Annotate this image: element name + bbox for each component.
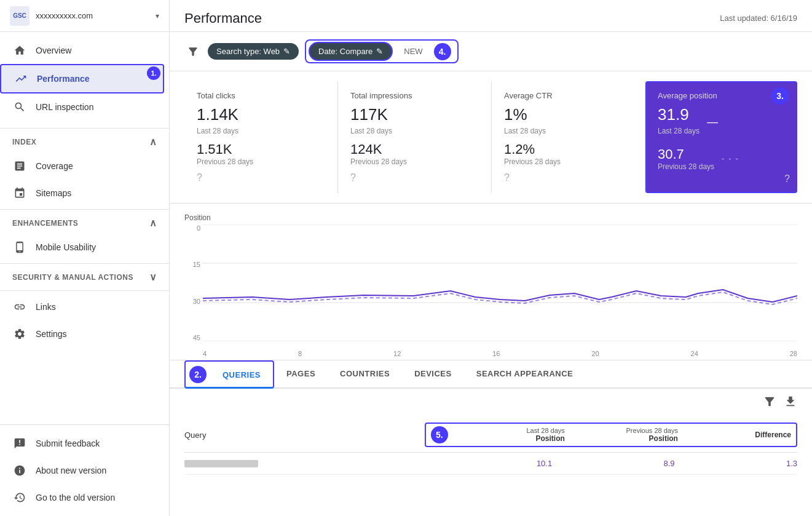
table-section: Query 5. Last 28 days Position Previous …: [170, 418, 812, 475]
stat-total-clicks-value2: 1.51K: [197, 141, 325, 157]
stat-position-period2: Previous 28 days: [658, 162, 714, 171]
security-label: Security & Manual Actions: [12, 273, 133, 282]
main-nav: Overview 1. Performance URL inspection: [0, 32, 169, 125]
tab-countries[interactable]: COUNTRIES: [328, 360, 402, 389]
article-icon: [12, 159, 27, 173]
history-icon: [12, 490, 27, 505]
table-col1-label: Last 28 days: [454, 427, 565, 434]
table-col1-header: Last 28 days Position: [454, 427, 565, 443]
step2-label: 2.: [189, 366, 207, 383]
y-axis-15: 15: [184, 261, 200, 268]
sidebar-item-sitemaps[interactable]: Sitemaps: [0, 180, 164, 207]
sidebar-performance-label: Performance: [37, 74, 90, 84]
settings-label: Settings: [36, 329, 67, 339]
sidebar-item-about-new-version[interactable]: About new version: [0, 457, 164, 484]
x-axis-20: 20: [591, 350, 599, 357]
stat-ctr-period2: Previous 28 days: [504, 157, 633, 166]
chart-area: [203, 224, 797, 341]
stat-impressions-help-icon[interactable]: ?: [350, 172, 356, 183]
site-url: xxxxxxxxxx.com: [36, 11, 156, 20]
chart-x-axis: 4 8 12 16 20 24 28: [203, 341, 797, 360]
stat-impressions-value: 117K: [350, 105, 479, 124]
sitemaps-label: Sitemaps: [36, 188, 71, 198]
index-section-header[interactable]: Index ∧: [0, 131, 169, 153]
sidebar-item-go-to-old[interactable]: Go to the old version: [0, 484, 164, 511]
stat-position-dash2: - - -: [722, 154, 739, 163]
feedback-icon: [12, 436, 27, 451]
query-blurred-text: [184, 460, 258, 467]
stat-position-value2: 30.7: [658, 146, 714, 162]
sidebar-logo[interactable]: GSC xxxxxxxxxx.com ▾: [0, 0, 169, 32]
mobile-usability-label: Mobile Usability: [36, 242, 96, 252]
y-axis-45: 45: [184, 334, 200, 341]
date-new-wrapper: Date: Compare ✎ NEW 4.: [305, 39, 459, 63]
logo-text: GSC: [13, 12, 26, 19]
date-edit-icon: ✎: [376, 47, 383, 56]
tab-devices[interactable]: DEVICES: [402, 360, 464, 389]
settings-icon: [12, 327, 27, 341]
stat-ctr-help-icon[interactable]: ?: [504, 172, 510, 183]
sidebar-item-overview[interactable]: Overview: [0, 37, 164, 64]
sidebar-item-links[interactable]: Links: [0, 293, 164, 320]
search-icon: [12, 100, 27, 114]
val2-cell: 8.9: [552, 459, 674, 468]
sitemap-icon: [12, 186, 27, 200]
step3-label: 3.: [771, 87, 789, 105]
index-section-label: Index: [12, 138, 36, 146]
tab-queries[interactable]: QUERIES: [210, 362, 273, 388]
stat-ctr-value2: 1.2%: [504, 141, 633, 157]
about-new-version-label: About new version: [36, 466, 106, 475]
sidebar-overview-label: Overview: [36, 46, 71, 55]
chart-section: Position 0 15 30 45: [170, 204, 812, 360]
tab-pages[interactable]: PAGES: [274, 360, 328, 389]
stat-ctr-label: Average CTR: [504, 91, 633, 100]
home-icon: [12, 43, 27, 58]
x-axis-4: 4: [203, 350, 207, 357]
y-axis-0: 0: [184, 224, 200, 232]
query-cell: [184, 460, 430, 467]
new-button[interactable]: NEW: [395, 43, 431, 60]
x-axis-8: 8: [298, 350, 302, 357]
sidebar-item-mobile-usability[interactable]: Mobile Usability: [0, 234, 164, 261]
coverage-label: Coverage: [36, 161, 73, 171]
chart-svg: [203, 224, 797, 341]
chart-y-axis: 0 15 30 45: [184, 224, 203, 341]
main-content: Performance Last updated: 6/16/19 Search…: [170, 0, 812, 516]
table-col1-sub: Position: [454, 434, 565, 443]
stat-card-average-position[interactable]: 3. Average position 31.9 Last 28 days — …: [645, 81, 797, 193]
go-to-old-label: Go to the old version: [36, 493, 115, 502]
table-header-highlighted: 5. Last 28 days Position Previous 28 day…: [425, 423, 797, 447]
stat-card-total-clicks[interactable]: Total clicks 1.14K Last 28 days 1.51K Pr…: [184, 81, 338, 193]
submit-feedback-label: Submit feedback: [36, 439, 100, 448]
table-col2-header: Previous 28 days Position: [567, 427, 678, 443]
page-title: Performance: [184, 10, 262, 26]
sidebar-item-performance[interactable]: 1. Performance: [0, 64, 164, 93]
stat-card-total-impressions[interactable]: Total impressions 117K Last 28 days 124K…: [338, 81, 492, 193]
date-chip[interactable]: Date: Compare ✎: [309, 42, 393, 61]
table-col-query-header: Query: [184, 431, 425, 440]
sidebar-item-submit-feedback[interactable]: Submit feedback: [0, 430, 164, 457]
table-filter-button[interactable]: [763, 395, 776, 411]
sidebar-item-url-inspection[interactable]: URL inspection: [0, 93, 164, 121]
chart-container: 0 15 30 45 4: [184, 224, 797, 360]
tab-search-appearance[interactable]: SEARCH APPEARANCE: [464, 360, 586, 389]
dropdown-icon[interactable]: ▾: [156, 12, 159, 20]
x-axis-28: 28: [790, 350, 797, 357]
index-chevron-icon: ∧: [149, 136, 157, 148]
search-type-chip[interactable]: Search type: Web ✎: [208, 43, 299, 60]
logo-box: GSC: [10, 6, 30, 26]
date-label: Date: Compare: [318, 47, 372, 56]
enhancements-section-header[interactable]: Enhancements ∧: [0, 212, 169, 234]
sidebar-item-settings[interactable]: Settings: [0, 320, 164, 347]
sidebar-item-coverage[interactable]: Coverage: [0, 153, 164, 180]
table-download-button[interactable]: [784, 395, 797, 411]
table-col2-label: Previous 28 days: [567, 427, 678, 434]
stat-position-help-icon[interactable]: ?: [784, 173, 790, 185]
filter-button[interactable]: [184, 43, 202, 60]
stat-ctr-value: 1%: [504, 105, 633, 124]
table-col2-sub: Position: [567, 434, 678, 443]
stat-total-clicks-period1: Last 28 days: [197, 127, 325, 135]
stat-total-clicks-help-icon[interactable]: ?: [197, 172, 202, 183]
security-section-header[interactable]: Security & Manual Actions ∨: [0, 266, 169, 288]
stat-card-average-ctr[interactable]: Average CTR 1% Last 28 days 1.2% Previou…: [492, 81, 645, 193]
